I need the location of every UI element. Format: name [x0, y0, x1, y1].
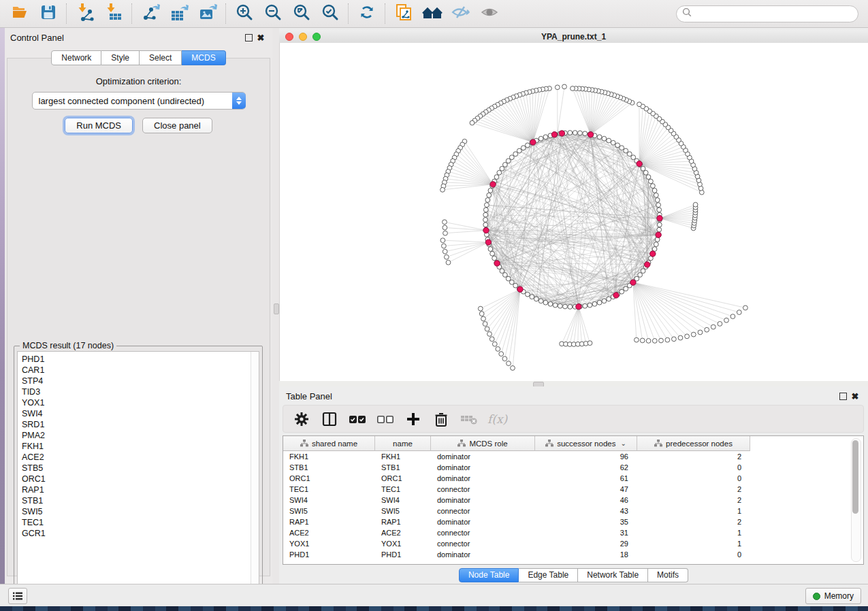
table-cell[interactable]: dominator: [431, 473, 535, 484]
table-cell[interactable]: SWI5: [283, 506, 375, 516]
mcds-result-node[interactable]: RAP1: [22, 484, 259, 495]
table-cell[interactable]: YOX1: [375, 538, 431, 549]
leaf-node[interactable]: [485, 327, 489, 331]
mcds-node[interactable]: [650, 251, 656, 257]
deselect-all-button[interactable]: [372, 408, 398, 430]
table-cell[interactable]: 2: [637, 516, 750, 527]
network-node[interactable]: [611, 140, 615, 145]
network-node[interactable]: [488, 188, 493, 193]
network-node[interactable]: [578, 131, 583, 135]
network-node[interactable]: [513, 152, 518, 156]
network-node[interactable]: [487, 193, 492, 198]
mcds-result-node[interactable]: TID3: [22, 386, 259, 397]
network-node[interactable]: [620, 146, 624, 150]
table-cell[interactable]: 43: [535, 506, 637, 516]
tab-edge-table[interactable]: Edge Table: [519, 568, 578, 582]
table-cell[interactable]: STB1: [375, 462, 431, 473]
table-cell[interactable]: connector: [431, 538, 535, 549]
vertical-splitter[interactable]: [272, 28, 279, 584]
float-panel-button[interactable]: [242, 32, 255, 43]
network-node[interactable]: [509, 155, 514, 160]
leaf-node[interactable]: [478, 306, 483, 311]
table-row[interactable]: SWI5SWI5connector431: [283, 506, 863, 516]
export-image-button[interactable]: [193, 2, 222, 25]
network-node[interactable]: [638, 273, 643, 278]
network-node[interactable]: [654, 242, 658, 247]
network-node[interactable]: [592, 301, 597, 306]
column-header-name[interactable]: name: [375, 436, 431, 451]
mcds-result-node[interactable]: ACE2: [22, 452, 259, 463]
table-cell[interactable]: SWI4: [375, 495, 431, 506]
table-cell[interactable]: SWI5: [375, 506, 431, 516]
clone-network-button[interactable]: [389, 2, 418, 25]
leaf-node[interactable]: [507, 361, 511, 366]
mcds-node[interactable]: [494, 261, 500, 266]
tab-network[interactable]: Network: [51, 50, 101, 65]
table-cell[interactable]: connector: [431, 527, 535, 538]
leaf-node[interactable]: [562, 84, 567, 89]
mcds-node[interactable]: [630, 280, 636, 285]
table-cell[interactable]: 96: [535, 451, 637, 462]
network-node[interactable]: [539, 299, 543, 303]
leaf-node[interactable]: [640, 338, 645, 343]
leaf-node[interactable]: [652, 339, 657, 344]
network-node[interactable]: [548, 301, 553, 306]
leaf-node[interactable]: [691, 332, 696, 337]
table-cell[interactable]: ACE2: [283, 527, 375, 538]
mcds-node[interactable]: [637, 161, 642, 167]
leaf-node[interactable]: [492, 342, 497, 346]
leaf-node[interactable]: [737, 310, 741, 315]
mcds-node[interactable]: [576, 304, 581, 310]
leaf-node[interactable]: [443, 231, 448, 235]
network-node[interactable]: [490, 251, 495, 256]
leaf-node[interactable]: [672, 337, 677, 342]
table-cell[interactable]: dominator: [431, 549, 535, 560]
table-cell[interactable]: FKH1: [283, 451, 375, 462]
tab-style[interactable]: Style: [101, 50, 140, 65]
table-row[interactable]: PHD1PHD1dominator180: [283, 549, 863, 560]
table-cell[interactable]: 0: [637, 473, 750, 484]
mcds-result-node[interactable]: PMA2: [22, 430, 259, 441]
run-mcds-button[interactable]: Run MCDS: [65, 118, 133, 133]
split-panel-button[interactable]: [317, 408, 342, 430]
mcds-node[interactable]: [517, 286, 523, 292]
network-node[interactable]: [657, 222, 662, 227]
leaf-node[interactable]: [440, 238, 445, 243]
network-node[interactable]: [517, 148, 521, 153]
network-node[interactable]: [568, 305, 573, 310]
network-node[interactable]: [583, 131, 588, 136]
network-node[interactable]: [624, 148, 628, 153]
network-node[interactable]: [513, 283, 518, 288]
table-cell[interactable]: ACE2: [375, 527, 431, 538]
task-history-button[interactable]: [8, 588, 27, 604]
mcds-result-node[interactable]: CAR1: [22, 365, 259, 376]
network-node[interactable]: [627, 152, 632, 156]
network-node[interactable]: [553, 303, 558, 308]
leaf-node[interactable]: [442, 244, 447, 248]
leaf-node[interactable]: [685, 334, 690, 339]
mcds-list-scrollbar[interactable]: [251, 352, 259, 593]
mcds-result-node[interactable]: STP4: [22, 376, 259, 386]
network-node[interactable]: [597, 300, 602, 305]
leaf-node[interactable]: [698, 330, 703, 335]
network-node[interactable]: [624, 286, 628, 291]
mcds-result-list[interactable]: PHD1CAR1STP4TID3YOX1SWI4SRD1PMA2FKH1ACE2…: [17, 351, 259, 594]
network-node[interactable]: [652, 188, 657, 193]
network-node[interactable]: [530, 295, 534, 299]
network-node[interactable]: [657, 227, 662, 232]
mcds-result-node[interactable]: FKH1: [22, 441, 259, 452]
network-node[interactable]: [655, 198, 660, 203]
table-cell[interactable]: dominator: [431, 495, 535, 506]
network-node[interactable]: [543, 135, 548, 139]
mcds-result-node[interactable]: SRD1: [22, 419, 259, 430]
criterion-select[interactable]: largest connected component (undirected): [32, 92, 246, 110]
network-node[interactable]: [656, 203, 661, 208]
table-cell[interactable]: 1: [637, 527, 750, 538]
leaf-node[interactable]: [479, 312, 484, 316]
mcds-result-node[interactable]: SWI5: [22, 506, 259, 517]
leaf-node[interactable]: [443, 225, 447, 230]
column-header-successor-nodes[interactable]: successor nodes⌄: [535, 436, 637, 451]
network-node[interactable]: [497, 170, 502, 175]
network-node[interactable]: [649, 179, 654, 184]
table-row[interactable]: YOX1YOX1connector291: [283, 538, 863, 549]
